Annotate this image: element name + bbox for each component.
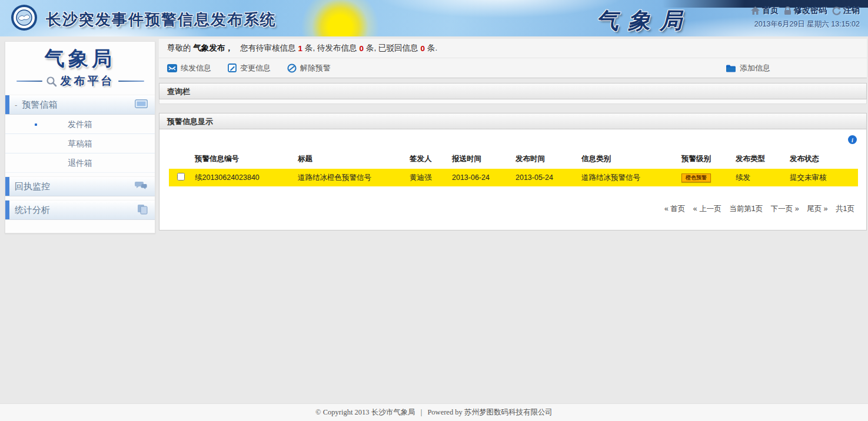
column-header-checkbox xyxy=(169,151,192,169)
query-panel: 查询栏 xyxy=(159,83,867,104)
cell-number: 续20130624023840 xyxy=(192,169,295,186)
footer: © Copyright 2013 长沙市气象局 | Powered by 苏州梦… xyxy=(0,403,868,421)
sidebar-item-warning-mailbox[interactable]: - 预警信箱 xyxy=(5,95,155,115)
lock-icon xyxy=(784,6,791,15)
cell-category: 道路结冰预警信号 xyxy=(579,169,679,186)
footer-copyright: © Copyright 2013 长沙市气象局 xyxy=(315,408,415,416)
change-info-button[interactable]: 变更信息 xyxy=(228,63,271,73)
cell-publish-time: 2013-05-24 xyxy=(513,169,579,186)
edit-icon xyxy=(228,64,237,72)
sidebar-item-outbox[interactable]: 发件箱 xyxy=(5,115,155,134)
main-top-strip: 尊敬的 气象发布， 您有待审核信息 1 条, 待发布信息 0 条, 已驳回信息 … xyxy=(159,39,867,78)
info-icon[interactable]: i xyxy=(848,135,857,146)
receipt-monitor-icon xyxy=(135,181,148,192)
welcome-text: 您有待审核信息 xyxy=(240,43,296,54)
resend-info-button[interactable]: 续发信息 xyxy=(167,63,211,73)
prohibit-icon xyxy=(287,64,297,73)
rejected-count: 0 xyxy=(421,44,425,53)
query-panel-body xyxy=(159,99,867,104)
cell-signer: 黄迪强 xyxy=(407,169,450,186)
table-row[interactable]: 续20130624023840 道路结冰橙色预警信号 黄迪强 2013-06-2… xyxy=(169,169,858,186)
svg-text:i: i xyxy=(852,137,853,143)
sidebar-item-receipt-monitor[interactable]: 回执监控 xyxy=(5,176,155,196)
change-password-label: 修改密码 xyxy=(794,5,827,16)
add-info-label: 添加信息 xyxy=(740,63,770,73)
welcome-username: 气象发布， xyxy=(194,43,234,54)
brand-divider-left xyxy=(16,81,42,82)
change-password-link[interactable]: 修改密码 xyxy=(784,5,827,16)
pagination-next[interactable]: 下一页 » xyxy=(771,205,799,213)
toolbar: 续发信息 变更信息 解除预警 添加信息 xyxy=(159,58,867,78)
warning-mailbox-submenu: 发件箱 草稿箱 退件箱 xyxy=(5,115,155,173)
cell-submit-time: 2013-06-24 xyxy=(450,169,513,186)
column-header-title: 标题 xyxy=(295,151,407,169)
cancel-warning-label: 解除预警 xyxy=(300,63,331,73)
query-panel-header[interactable]: 查询栏 xyxy=(159,83,867,99)
home-link-label: 首页 xyxy=(762,5,779,16)
statistics-icon xyxy=(137,204,148,216)
change-info-label: 变更信息 xyxy=(240,63,271,73)
warning-display-panel: 预警信息显示 i 预警信息编号 标题 签发人 报送时间 xyxy=(159,113,867,230)
table-header-row: 预警信息编号 标题 签发人 报送时间 发布时间 信息类别 预警级别 发布类型 发… xyxy=(169,151,858,169)
sidebar-brand-subrow: 发布平台 xyxy=(5,73,155,95)
sidebar-item-label: 预警信箱 xyxy=(22,99,57,111)
cancel-warning-button[interactable]: 解除预警 xyxy=(287,63,331,73)
main-content: 尊敬的 气象发布， 您有待审核信息 1 条, 待发布信息 0 条, 已驳回信息 … xyxy=(159,39,867,230)
bureau-title: 气象局 xyxy=(596,6,691,36)
system-title: 长沙突发事件预警信息发布系统 xyxy=(46,9,277,30)
sidebar-brand-title: 气象局 xyxy=(5,45,155,72)
menu-accent-bar xyxy=(5,201,9,219)
datetime-display: 2013年6月29日 星期六 13:15:02 xyxy=(754,19,860,29)
magnifier-icon xyxy=(46,76,57,87)
welcome-message: 尊敬的 气象发布， 您有待审核信息 1 条, 待发布信息 0 条, 已驳回信息 … xyxy=(159,39,867,58)
mailbox-icon xyxy=(135,99,148,110)
resend-info-label: 续发信息 xyxy=(181,63,211,73)
warning-level-badge: 橙色预警 xyxy=(681,173,711,182)
pagination-total: 共1页 xyxy=(836,205,854,213)
cell-status: 提交未审核 xyxy=(787,169,858,186)
envelope-icon xyxy=(167,64,177,72)
cell-type: 续发 xyxy=(733,169,787,186)
home-icon xyxy=(751,6,760,15)
logout-link[interactable]: 注销 xyxy=(832,5,860,16)
sidebar-item-drafts[interactable]: 草稿箱 xyxy=(5,134,155,153)
banner-nav: 首页 修改密码 注销 xyxy=(751,5,860,16)
welcome-text: 条, 已驳回信息 xyxy=(366,43,418,54)
pagination-first[interactable]: « 首页 xyxy=(664,205,685,213)
sidebar-brand: 气象局 发布平台 xyxy=(5,42,155,95)
sidebar-item-statistics[interactable]: 统计分析 xyxy=(5,200,155,220)
row-checkbox[interactable] xyxy=(177,173,185,181)
footer-powered-by: Powered by 苏州梦图数码科技有限公司 xyxy=(427,408,553,416)
cell-level: 橙色预警 xyxy=(679,169,733,186)
column-header-publish-time: 发布时间 xyxy=(513,151,579,169)
pending-publish-count: 0 xyxy=(360,44,364,53)
cell-title: 道路结冰橙色预警信号 xyxy=(295,169,407,186)
menu-accent-bar xyxy=(5,177,9,196)
bureau-logo-icon xyxy=(11,4,38,31)
sidebar: 气象局 发布平台 - 预警信箱 发件箱 草稿箱 退件箱 回执监控 xyxy=(5,41,155,233)
submenu-item-label: 退件箱 xyxy=(68,158,92,168)
pagination-current: 当前第1页 xyxy=(729,205,763,213)
collapse-indicator: - xyxy=(15,101,17,109)
pagination: « 首页 « 上一页 当前第1页 下一页 » 尾页 » 共1页 xyxy=(169,204,857,214)
brand-divider-right xyxy=(118,81,144,82)
welcome-text: 条. xyxy=(427,43,437,54)
sidebar-item-label: 回执监控 xyxy=(15,181,50,192)
menu-accent-bar xyxy=(5,95,9,114)
welcome-prefix: 尊敬的 xyxy=(167,43,191,54)
add-info-button[interactable]: 添加信息 xyxy=(726,63,770,73)
submenu-item-label: 草稿箱 xyxy=(68,139,92,148)
column-header-submit-time: 报送时间 xyxy=(450,151,513,169)
column-header-category: 信息类别 xyxy=(579,151,679,169)
welcome-text: 条, 待发布信息 xyxy=(305,43,357,54)
footer-separator: | xyxy=(421,408,423,416)
pagination-last[interactable]: 尾页 » xyxy=(807,205,827,213)
home-link[interactable]: 首页 xyxy=(751,5,779,16)
top-banner: 长沙突发事件预警信息发布系统 气象局 首页 修改密码 注销 2013年6月29日… xyxy=(0,0,868,36)
sidebar-brand-subtitle: 发布平台 xyxy=(61,73,115,89)
selected-bullet xyxy=(35,123,37,126)
sidebar-item-returned[interactable]: 退件箱 xyxy=(5,153,155,173)
logout-label: 注销 xyxy=(843,5,860,16)
sidebar-item-label: 统计分析 xyxy=(15,205,50,216)
pagination-prev[interactable]: « 上一页 xyxy=(693,205,721,213)
